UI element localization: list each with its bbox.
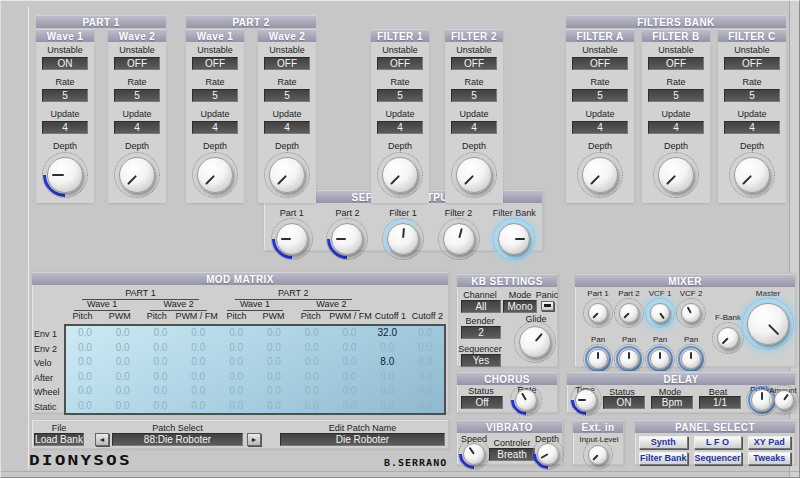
- matrix-cell[interactable]: 32.0: [368, 326, 406, 341]
- matrix-cell[interactable]: 0.0: [331, 370, 369, 385]
- output-knob[interactable]: [387, 223, 419, 255]
- matrix-cell[interactable]: 0.0: [104, 399, 142, 414]
- matrix-cell[interactable]: 0.0: [104, 326, 142, 341]
- matrix-cell[interactable]: 0.0: [293, 341, 331, 356]
- matrix-cell[interactable]: 0.0: [293, 355, 331, 370]
- patch-select-value[interactable]: 88:Die Roboter: [112, 433, 243, 446]
- matrix-cell[interactable]: 0.0: [179, 355, 217, 370]
- matrix-cell[interactable]: 0.0: [142, 384, 180, 399]
- pan-knob[interactable]: [650, 349, 670, 369]
- output-knob[interactable]: [443, 223, 475, 255]
- delay-mode-value[interactable]: Bpm: [651, 396, 693, 409]
- panel-button-synth[interactable]: Synth: [639, 436, 688, 449]
- matrix-cell[interactable]: 0.0: [331, 399, 369, 414]
- matrix-cell[interactable]: 0.0: [104, 355, 142, 370]
- rate-value[interactable]: 5: [648, 89, 704, 102]
- matrix-cell[interactable]: 0.0: [255, 399, 293, 414]
- matrix-cell[interactable]: 0.0: [104, 384, 142, 399]
- patch-next-button[interactable]: ►: [247, 433, 261, 446]
- load-bank-button[interactable]: Load Bank: [34, 433, 84, 446]
- unstable-value[interactable]: OFF: [192, 57, 238, 70]
- rate-value[interactable]: 5: [42, 89, 88, 102]
- update-value[interactable]: 4: [648, 121, 704, 134]
- matrix-cell[interactable]: 0.0: [179, 399, 217, 414]
- rate-value[interactable]: 5: [724, 89, 780, 102]
- vibrato-depth-knob[interactable]: [537, 443, 559, 465]
- matrix-cell[interactable]: 0.0: [142, 326, 180, 341]
- update-value[interactable]: 4: [42, 121, 88, 134]
- matrix-cell[interactable]: 0.0: [142, 370, 180, 385]
- matrix-cell[interactable]: 0.0: [66, 326, 104, 341]
- delay-beat-value[interactable]: 1/1: [699, 396, 741, 409]
- matrix-cell[interactable]: 0.0: [66, 370, 104, 385]
- matrix-cell[interactable]: 0.0: [331, 355, 369, 370]
- matrix-cell[interactable]: 0.0: [179, 370, 217, 385]
- matrix-cell[interactable]: 0.0: [331, 326, 369, 341]
- pan-knob[interactable]: [619, 349, 639, 369]
- matrix-cell[interactable]: 0.0: [406, 370, 444, 385]
- matrix-cell[interactable]: 0.0: [368, 384, 406, 399]
- matrix-cell[interactable]: 0.0: [142, 341, 180, 356]
- rate-value[interactable]: 5: [192, 89, 238, 102]
- update-value[interactable]: 4: [264, 121, 310, 134]
- matrix-cell[interactable]: 0.0: [293, 326, 331, 341]
- vibrato-controller-value[interactable]: Breath: [489, 448, 535, 461]
- unstable-value[interactable]: OFF: [648, 57, 704, 70]
- vibrato-speed-knob[interactable]: [463, 443, 485, 465]
- unstable-value[interactable]: OFF: [114, 57, 160, 70]
- unstable-value[interactable]: OFF: [572, 57, 628, 70]
- delay-status-value[interactable]: ON: [603, 396, 645, 409]
- matrix-cell[interactable]: 0.0: [142, 399, 180, 414]
- delay-time-knob[interactable]: [575, 389, 597, 411]
- level-knob[interactable]: [650, 303, 670, 323]
- matrix-cell[interactable]: 0.0: [255, 384, 293, 399]
- panel-button-xy-pad[interactable]: XY Pad: [748, 436, 791, 449]
- rate-value[interactable]: 5: [114, 89, 160, 102]
- fbank-knob[interactable]: [717, 327, 739, 349]
- rate-value[interactable]: 5: [377, 89, 423, 102]
- matrix-cell[interactable]: 0.0: [331, 384, 369, 399]
- matrix-cell[interactable]: 0.0: [66, 341, 104, 356]
- matrix-cell[interactable]: 0.0: [293, 399, 331, 414]
- panel-button-l-f-o[interactable]: L F O: [694, 436, 742, 449]
- depth-knob[interactable]: [197, 157, 233, 193]
- level-knob[interactable]: [588, 303, 608, 323]
- depth-knob[interactable]: [658, 157, 694, 193]
- update-value[interactable]: 4: [377, 121, 423, 134]
- matrix-cell[interactable]: 0.0: [255, 341, 293, 356]
- unstable-value[interactable]: OFF: [724, 57, 780, 70]
- depth-knob[interactable]: [582, 157, 618, 193]
- matrix-cell[interactable]: 0.0: [217, 341, 255, 356]
- matrix-cell[interactable]: 0.0: [293, 370, 331, 385]
- chorus-status-value[interactable]: Off: [461, 396, 503, 409]
- matrix-cell[interactable]: 0.0: [217, 355, 255, 370]
- matrix-cell[interactable]: 0.0: [368, 399, 406, 414]
- depth-knob[interactable]: [456, 157, 492, 193]
- chorus-rate-knob[interactable]: [515, 389, 537, 411]
- sequencer-value[interactable]: Yes: [461, 354, 501, 367]
- matrix-cell[interactable]: 0.0: [217, 326, 255, 341]
- matrix-cell[interactable]: 0.0: [331, 341, 369, 356]
- matrix-cell[interactable]: 0.0: [179, 341, 217, 356]
- update-value[interactable]: 4: [192, 121, 238, 134]
- pan-knob[interactable]: [681, 349, 701, 369]
- update-value[interactable]: 4: [114, 121, 160, 134]
- matrix-cell[interactable]: 0.0: [406, 341, 444, 356]
- unstable-value[interactable]: OFF: [451, 57, 497, 70]
- matrix-cell[interactable]: 0.0: [293, 384, 331, 399]
- matrix-cell[interactable]: 0.0: [179, 384, 217, 399]
- glide-knob[interactable]: [519, 326, 551, 358]
- matrix-cell[interactable]: 0.0: [255, 326, 293, 341]
- depth-knob[interactable]: [47, 157, 83, 193]
- level-knob[interactable]: [619, 303, 639, 323]
- matrix-cell[interactable]: 0.0: [66, 384, 104, 399]
- matrix-cell[interactable]: 0.0: [217, 370, 255, 385]
- rate-value[interactable]: 5: [264, 89, 310, 102]
- matrix-cell[interactable]: 8.0: [368, 355, 406, 370]
- matrix-cell[interactable]: 0.0: [217, 399, 255, 414]
- rate-value[interactable]: 5: [451, 89, 497, 102]
- edit-patch-name-value[interactable]: Die Roboter: [280, 433, 445, 446]
- matrix-cell[interactable]: 0.0: [104, 341, 142, 356]
- matrix-cell[interactable]: 0.0: [66, 355, 104, 370]
- matrix-cell[interactable]: 0.0: [406, 326, 444, 341]
